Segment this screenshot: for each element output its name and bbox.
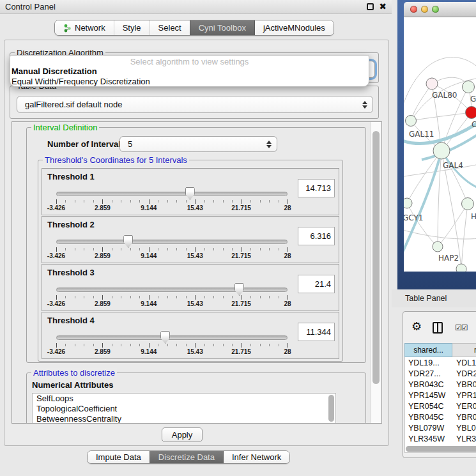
network-canvas[interactable]: GAL80 GA C GAL11 GAL4 GCY1 H HAP2 bbox=[404, 17, 476, 272]
table-row[interactable]: YDR27...YDR2 bbox=[404, 368, 476, 379]
node-table-header-row: shared... n bbox=[404, 343, 476, 357]
algorithm-placeholder-option[interactable]: Select algorithm to view settings bbox=[10, 57, 369, 66]
node-label-clipped-ga: GA bbox=[470, 95, 476, 104]
zoom-traffic-light-icon[interactable] bbox=[432, 6, 439, 13]
slider-thumb[interactable] bbox=[160, 331, 170, 344]
table-data-value: galFiltered.sif default node bbox=[17, 100, 360, 109]
table-row[interactable]: YDL19...YDL1 bbox=[404, 357, 476, 368]
vertical-scrollbar[interactable] bbox=[371, 122, 381, 423]
node-gal80[interactable] bbox=[426, 78, 438, 89]
slider-minor-ticks bbox=[56, 200, 288, 203]
node-gal11[interactable] bbox=[406, 116, 417, 127]
tab-impute-data[interactable]: Impute Data bbox=[88, 451, 150, 463]
algorithm-option-manual[interactable]: Manual Discretization bbox=[10, 66, 369, 77]
threshold-3-slider[interactable]: -3.426 2.859 9.144 15.43 21.715 28 bbox=[56, 281, 288, 308]
table-row[interactable]: YER054CYER0 bbox=[404, 401, 476, 411]
slider-thumb[interactable] bbox=[185, 187, 195, 200]
select-columns-checkboxes-icon[interactable]: ☑☑ bbox=[455, 323, 468, 332]
threshold-1-panel: Threshold 1 -3.426 2.859 9.144 15.43 bbox=[42, 168, 339, 215]
threshold-3-label: Threshold 3 bbox=[47, 268, 95, 277]
threshold-2-label: Threshold 2 bbox=[47, 220, 95, 229]
tab-discretize-data[interactable]: Discretize Data bbox=[150, 451, 223, 463]
list-item[interactable]: BetweennessCentrality bbox=[33, 414, 335, 424]
float-window-icon[interactable] bbox=[367, 3, 374, 10]
close-traffic-light-icon[interactable] bbox=[410, 6, 417, 13]
column-header-shared[interactable]: shared... bbox=[404, 343, 452, 357]
slider-track[interactable] bbox=[56, 288, 288, 292]
numerical-attributes-label: Numerical Attributes bbox=[32, 380, 113, 390]
minimize-traffic-light-icon[interactable] bbox=[421, 6, 428, 13]
node-label-hap2: HAP2 bbox=[438, 254, 459, 263]
attributes-section: Attributes to discretize Numerical Attri… bbox=[26, 372, 366, 424]
threshold-3-value-field[interactable] bbox=[298, 275, 335, 293]
node-hap2[interactable] bbox=[433, 242, 443, 252]
tab-style[interactable]: Style bbox=[114, 20, 150, 35]
interval-definition-title: Interval Definition bbox=[31, 123, 99, 132]
slider-track[interactable] bbox=[56, 192, 288, 196]
column-header-name[interactable]: n bbox=[452, 343, 476, 357]
node-top-right[interactable] bbox=[463, 81, 475, 93]
apply-button[interactable]: Apply bbox=[162, 427, 203, 442]
number-of-intervals-combobox[interactable]: 5 bbox=[119, 136, 277, 152]
node-label-gal80: GAL80 bbox=[432, 91, 457, 100]
settings-scrollpane: Interval Definition Number of Intervals … bbox=[12, 121, 382, 424]
list-scrollbar-thumb[interactable] bbox=[328, 395, 334, 422]
node-red-selected[interactable] bbox=[466, 107, 476, 119]
tab-infer-network[interactable]: Infer Network bbox=[223, 451, 289, 463]
table-row[interactable]: YBR045CYBR0 bbox=[404, 411, 476, 422]
table-row[interactable]: YBR043CYBR0 bbox=[404, 379, 476, 390]
node-label-gcy1: GCY1 bbox=[404, 213, 423, 222]
control-panel-title: Control Panel bbox=[5, 2, 56, 12]
algorithm-option-equal-width[interactable]: Equal Width/Frequency Discretization bbox=[10, 77, 369, 87]
network-icon bbox=[63, 24, 72, 33]
table-data-combobox[interactable]: galFiltered.sif default node bbox=[17, 96, 373, 113]
node-label-clipped-c: C bbox=[472, 120, 476, 129]
threshold-1-slider[interactable]: -3.426 2.859 9.144 15.43 21.715 28 bbox=[56, 185, 288, 212]
threshold-2-slider[interactable]: -3.426 2.859 9.144 15.43 21.715 28 bbox=[56, 233, 288, 260]
close-icon[interactable]: ✖ bbox=[379, 3, 387, 11]
column-split-icon[interactable] bbox=[433, 322, 443, 334]
tab-select[interactable]: Select bbox=[150, 20, 190, 35]
network-window-titlebar[interactable] bbox=[404, 2, 476, 17]
horizontal-scrollbar-thumb[interactable] bbox=[406, 446, 476, 452]
node-label-clipped-h: H bbox=[471, 212, 476, 221]
table-row[interactable]: YLR345WYLR3 bbox=[404, 433, 476, 444]
slider-track[interactable] bbox=[56, 240, 288, 244]
table-row[interactable]: YBL079WYBL0 bbox=[404, 422, 476, 433]
threshold-2-panel: Threshold 2 -3.426 2.859 9.144 15.43 bbox=[42, 216, 339, 263]
threshold-2-value-field[interactable] bbox=[298, 227, 335, 245]
vertical-scrollbar-thumb[interactable] bbox=[372, 131, 380, 384]
list-item[interactable]: TopologicalCoefficient bbox=[33, 404, 335, 414]
node-bottom-partial[interactable] bbox=[456, 264, 466, 272]
slider-thumb[interactable] bbox=[234, 283, 244, 296]
gear-icon[interactable]: ⚙ bbox=[411, 319, 422, 334]
tab-jactivemnodules[interactable]: jActiveMNodules bbox=[254, 20, 334, 35]
attributes-section-title: Attributes to discretize bbox=[31, 368, 117, 378]
number-of-intervals-value: 5 bbox=[120, 139, 264, 149]
control-panel-titlebar: Control Panel ✖ bbox=[0, 0, 392, 14]
slider-thumb[interactable] bbox=[123, 235, 133, 248]
slider-minor-ticks bbox=[56, 296, 288, 298]
node-label-gal4: GAL4 bbox=[443, 161, 463, 170]
network-view-window: GAL80 GA C GAL11 GAL4 GCY1 H HAP2 bbox=[397, 0, 476, 289]
network-graph: GAL80 GA C GAL11 GAL4 GCY1 H HAP2 bbox=[404, 17, 476, 272]
slider-track[interactable] bbox=[56, 335, 288, 340]
combo-spinner-icon bbox=[264, 141, 274, 148]
interval-definition-section: Interval Definition Number of Intervals … bbox=[26, 127, 366, 363]
tab-cyni-toolbox[interactable]: Cyni Toolbox bbox=[190, 20, 254, 35]
node-gcy1[interactable] bbox=[404, 198, 412, 208]
bottom-tabbar: Impute Data Discretize Data Infer Networ… bbox=[87, 450, 290, 464]
table-row[interactable]: YPR145WYPR1 bbox=[404, 390, 476, 401]
threshold-4-slider[interactable]: -3.426 2.859 9.144 15.43 21.715 28 bbox=[56, 329, 288, 356]
table-panel-title: Table Panel bbox=[405, 294, 447, 303]
threshold-4-label: Threshold 4 bbox=[47, 316, 95, 325]
slider-minor-ticks bbox=[56, 248, 288, 250]
tab-network[interactable]: Network bbox=[55, 20, 114, 35]
threshold-1-value-field[interactable] bbox=[298, 179, 335, 197]
node-gal4[interactable] bbox=[433, 142, 450, 159]
threshold-1-label: Threshold 1 bbox=[47, 172, 95, 181]
numerical-attributes-list[interactable]: SelfLoops TopologicalCoefficient Between… bbox=[32, 393, 336, 424]
threshold-4-value-field[interactable] bbox=[298, 323, 335, 341]
list-item[interactable]: SelfLoops bbox=[33, 394, 335, 404]
node-h[interactable] bbox=[462, 198, 474, 210]
